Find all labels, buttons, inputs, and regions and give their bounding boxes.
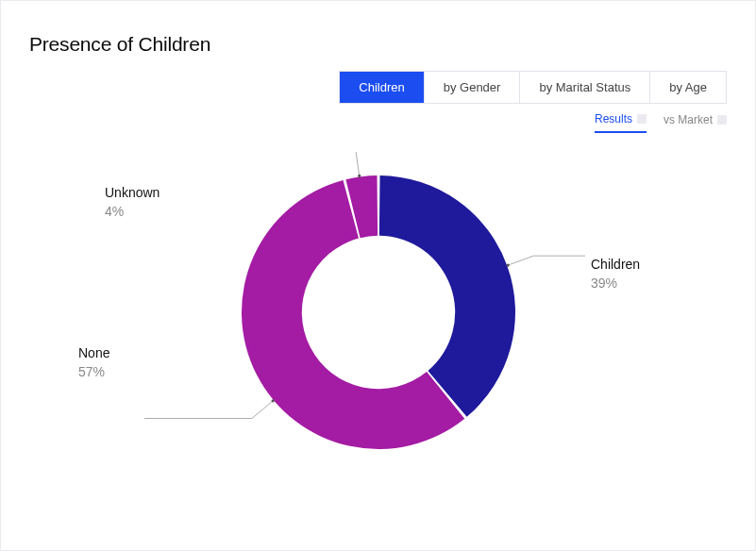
tab-by-marital-status[interactable]: by Marital Status: [520, 72, 650, 103]
subtab-label: Results: [595, 112, 632, 125]
slice-label-name: Unknown: [105, 185, 160, 200]
tab-by-gender[interactable]: by Gender: [425, 72, 521, 103]
subtab-results[interactable]: Results: [595, 112, 647, 133]
tab-by-age[interactable]: by Age: [650, 72, 726, 103]
leader-line: [508, 256, 585, 265]
leader-dot: [358, 175, 361, 177]
slice-label-name: Children: [591, 257, 640, 272]
tab-children[interactable]: Children: [340, 72, 424, 103]
leader-dot: [507, 263, 510, 266]
leader-line: [171, 152, 360, 175]
card: Presence of Children Childrenby Genderby…: [0, 0, 756, 551]
swatch-icon: [637, 114, 647, 124]
sub-tabs: Resultsvs Market: [595, 112, 727, 133]
slice-label-value: 39%: [591, 276, 617, 291]
subtab-label: vs Market: [664, 113, 713, 126]
subtab-vs-market[interactable]: vs Market: [664, 113, 727, 132]
leader-line: [144, 401, 273, 419]
slice-label-value: 4%: [105, 204, 124, 219]
slice-label-name: None: [78, 345, 110, 360]
swatch-icon: [717, 115, 727, 125]
donut-chart: Children39%None57%Unknown4%: [1, 152, 756, 510]
page-title: Presence of Children: [29, 33, 727, 56]
slice-label-value: 57%: [78, 364, 105, 379]
main-tabs: Childrenby Genderby Marital Statusby Age: [339, 71, 727, 104]
slice-children[interactable]: [379, 175, 515, 417]
leader-dot: [272, 399, 275, 402]
